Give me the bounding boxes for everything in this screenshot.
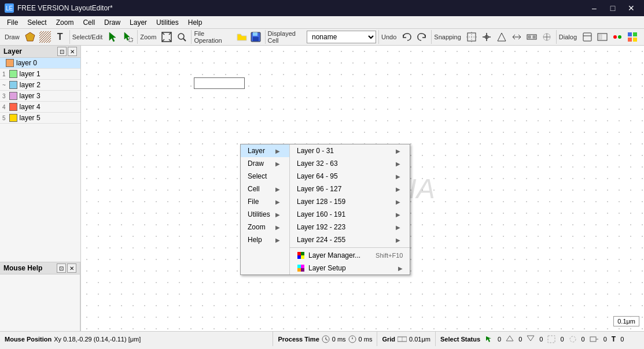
mouse-position-label: Mouse Position: [5, 336, 51, 343]
dialog-btn3[interactable]: [610, 30, 624, 44]
draw-text-btn[interactable]: T: [53, 30, 67, 44]
select-arrow-btn[interactable]: [106, 30, 120, 44]
ctx-item-zoom[interactable]: Zoom ▶: [241, 221, 289, 233]
redo-btn[interactable]: [415, 30, 429, 44]
layer-color-4: [9, 103, 17, 111]
ctx-layer192223-arrow: ▶: [396, 224, 400, 231]
layer-panel-close[interactable]: ✕: [68, 47, 77, 56]
snap-btn5[interactable]: [525, 30, 539, 44]
snap-btn3[interactable]: [495, 30, 509, 44]
snap-btn4[interactable]: [510, 30, 524, 44]
dialog-btn1[interactable]: [580, 30, 594, 44]
svg-rect-30: [297, 252, 301, 255]
undo-btn[interactable]: [400, 30, 414, 44]
select-edit-btn[interactable]: [121, 30, 135, 44]
ctx-layer-96-127[interactable]: Layer 96 - 127 ▶: [290, 183, 410, 195]
process-time-ms1: 0 ms: [332, 336, 346, 343]
grid-value: 0.01μm: [409, 336, 430, 343]
snapping-label: Snapping: [434, 34, 463, 40]
mouse-help-pin[interactable]: ⊡: [57, 263, 66, 273]
menu-help[interactable]: Help: [183, 17, 207, 28]
draw-crosshatch-btn[interactable]: [38, 30, 52, 44]
menu-file[interactable]: File: [2, 17, 23, 28]
dialog-toolbar: Dialog: [557, 30, 642, 44]
layer-manager-icon: [297, 251, 305, 259]
menu-draw[interactable]: Draw: [100, 17, 125, 28]
ctx-item-cell[interactable]: Cell ▶: [241, 183, 289, 195]
menu-zoom[interactable]: Zoom: [51, 17, 79, 28]
zoom-glass-btn[interactable]: [175, 30, 189, 44]
canvas-area[interactable]: SCHMOLIA Layer ▶ Draw ▶ Select Cell: [81, 46, 644, 331]
svg-rect-11: [253, 32, 257, 36]
svg-rect-33: [301, 255, 304, 259]
ctx-layer-32-63[interactable]: Layer 32 - 63 ▶: [290, 157, 410, 170]
ctx-layer-64-95[interactable]: Layer 64 - 95 ▶: [290, 170, 410, 183]
draw-polygon-btn[interactable]: [23, 30, 37, 44]
dialog-btn2[interactable]: [595, 30, 609, 44]
svg-point-8: [178, 34, 184, 39]
file-save-btn[interactable]: [249, 30, 263, 44]
layer-item-5[interactable]: 5 layer 5: [0, 113, 80, 124]
menu-cell[interactable]: Cell: [78, 17, 100, 28]
snap-btn1[interactable]: [465, 30, 479, 44]
ctx-item-draw[interactable]: Draw ▶: [241, 157, 289, 170]
file-open-btn[interactable]: [235, 30, 248, 44]
ctx-layer-arrow: ▶: [275, 148, 280, 154]
mouse-position-section: Mouse Position Xy 0.18,-0.29 (0.14,-0.11…: [0, 332, 273, 346]
snap-btn2[interactable]: [480, 30, 494, 44]
menu-utilities[interactable]: Utilities: [152, 17, 183, 28]
layer-color-5: [9, 114, 17, 122]
mouse-help-panel: Mouse Help ⊡ ✕: [0, 262, 80, 331]
svg-line-9: [183, 39, 186, 41]
layer-item-4[interactable]: 4 layer 4: [0, 102, 80, 113]
left-panel: Layer ⊡ ✕ layer 0 1 layer 1 ~: [0, 46, 81, 331]
layer-indicator-1: 1: [2, 71, 6, 77]
minimize-button[interactable]: –: [586, 2, 602, 14]
ctx-layer-manager[interactable]: Layer Manager... Shift+F10: [290, 249, 410, 262]
ctx-item-layer[interactable]: Layer ▶: [241, 144, 289, 157]
dialog-btn4[interactable]: [625, 30, 639, 44]
draw-toolbar: Draw T: [2, 30, 70, 44]
select-icon6: [590, 335, 599, 343]
ctx-layer-160-191[interactable]: Layer 160 - 191 ▶: [290, 208, 410, 221]
maximize-button[interactable]: □: [605, 2, 621, 14]
ctx-layer-192-223[interactable]: Layer 192 - 223 ▶: [290, 221, 410, 233]
ctx-item-help[interactable]: Help ▶: [241, 233, 289, 246]
ctx-layer-setup-arrow: ▶: [398, 265, 403, 272]
svg-point-24: [613, 35, 617, 39]
ctx-layer128159-arrow: ▶: [396, 199, 400, 205]
ctx-layer-setup[interactable]: Layer Setup ▶: [290, 262, 410, 274]
menu-select[interactable]: Select: [23, 17, 51, 28]
ctx-layer-0-31[interactable]: Layer 0 - 31 ▶: [290, 144, 410, 157]
select-edit-toolbar: Select/Edit: [70, 30, 138, 44]
displayed-cell-select[interactable]: noname: [307, 31, 376, 43]
close-button[interactable]: ✕: [623, 2, 639, 14]
ctx-layer-224-255[interactable]: Layer 224 - 255 ▶: [290, 233, 410, 246]
menu-layer[interactable]: Layer: [125, 17, 152, 28]
grid-section: Grid 0.01μm: [377, 332, 436, 346]
undo-label: Undo: [381, 34, 399, 40]
mouse-help-close[interactable]: ✕: [67, 263, 76, 273]
snap-btn6[interactable]: [540, 30, 554, 44]
select-icon2: [506, 335, 514, 343]
layer-item-2[interactable]: ~ layer 2: [0, 80, 80, 91]
layer-name-4: layer 4: [20, 103, 41, 111]
layer-panel-pin[interactable]: ⊡: [57, 47, 67, 56]
zoom-fit-btn[interactable]: [160, 30, 174, 44]
svg-rect-28: [628, 38, 632, 42]
layer-color-1: [9, 70, 17, 78]
ctx-layer3263-arrow: ▶: [396, 161, 400, 167]
ctx-item-utilities[interactable]: Utilities ▶: [241, 208, 289, 221]
selection-box: [194, 77, 245, 89]
toolbar-area: Draw T Select/Edit Zoom File Operation: [0, 29, 644, 46]
layer-item-1[interactable]: 1 layer 1: [0, 69, 80, 80]
draw-label: Draw: [5, 34, 22, 40]
ctx-item-select[interactable]: Select: [241, 170, 289, 183]
menu-bar: File Select Zoom Cell Draw Layer Utiliti…: [0, 16, 644, 29]
ctx-item-file[interactable]: File ▶: [241, 195, 289, 208]
ctx-layer-128-159[interactable]: Layer 128 - 159 ▶: [290, 195, 410, 208]
layer-item-0[interactable]: layer 0: [0, 58, 80, 69]
grid-icon: [398, 335, 407, 343]
layer-item-3[interactable]: 3 layer 3: [0, 91, 80, 102]
ctx-layer031-arrow: ▶: [396, 148, 400, 154]
